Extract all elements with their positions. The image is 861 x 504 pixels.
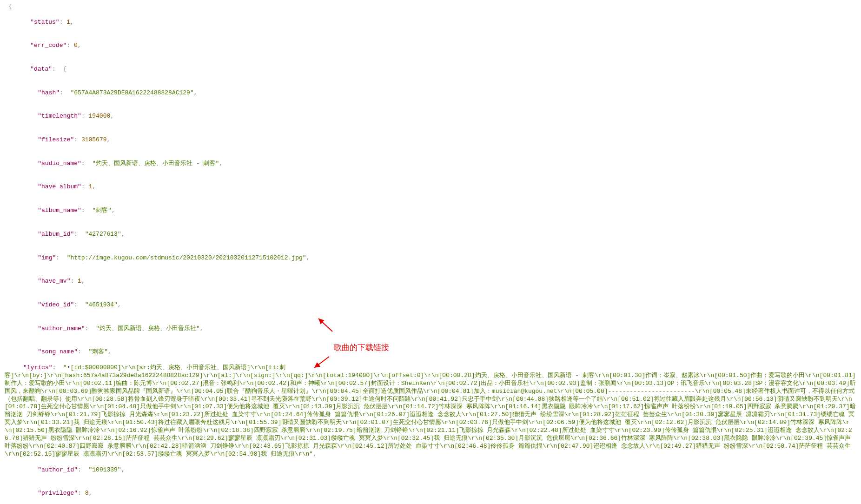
json-viewer: { "status": 1, "err_code": 0, "data": { … <box>0 0 861 504</box>
open-brace: { <box>5 3 856 11</box>
field-author-name: "author_name": "灼夭、国风新语、戾格、小田音乐社", <box>5 317 856 341</box>
field-data: "data": { <box>5 58 856 81</box>
field-have-album: "have_album": 1, <box>5 176 856 199</box>
field-hash: "hash": "657A4A873A29DE8A16222488828AC12… <box>5 81 856 105</box>
field-img: "img": "http://imge.kugou.com/stdmusic/2… <box>5 246 856 270</box>
field-err-code: "err_code": 0, <box>5 34 856 58</box>
lyrics-head: [id:$00000000]\r\n[ar:灼夭、戾格、小田音乐社、国风新语]\… <box>70 364 285 371</box>
field-status: "status": 1, <box>5 11 856 34</box>
field-album-name: "album_name": "刺客", <box>5 199 856 223</box>
field-song-name: "song_name": "刺客", <box>5 340 856 364</box>
field-filesize: "filesize": 3105679, <box>5 128 856 152</box>
field-album-id: "album_id": "42727613", <box>5 223 856 246</box>
field-timelength: "timelength": 194000, <box>5 105 856 129</box>
lyrics-rest: 客]\r\n[by:]\r\n[hash:657a4a873a29de8a162… <box>5 372 856 458</box>
field-lyrics: "lyrics": "•[id:$00000000]\r\n[ar:灼夭、戾格、… <box>5 364 856 458</box>
field-video-id: "video_id": "4651934", <box>5 293 856 317</box>
field-author-id: "author_id": "1091339", <box>5 458 856 482</box>
field-audio-name: "audio_name": "灼夭、国风新语、戾格、小田音乐社 - 刺客", <box>5 152 856 176</box>
field-privilege: "privilege": 8, <box>5 482 856 504</box>
field-have-mv: "have_mv": 1, <box>5 270 856 293</box>
